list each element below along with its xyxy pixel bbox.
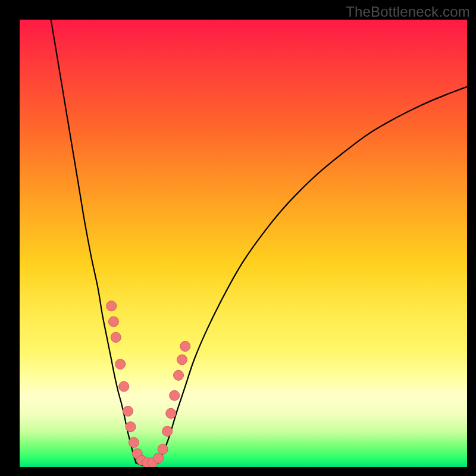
data-marker xyxy=(154,453,164,464)
data-marker xyxy=(115,359,126,369)
data-marker xyxy=(119,381,129,392)
data-marker xyxy=(107,301,117,311)
marker-group xyxy=(107,301,190,467)
data-marker xyxy=(108,317,118,327)
plot-area xyxy=(20,20,467,467)
data-marker xyxy=(180,342,190,352)
data-marker xyxy=(177,355,187,365)
data-marker xyxy=(162,426,173,436)
data-marker xyxy=(166,408,176,418)
bottleneck-curve xyxy=(51,20,467,466)
data-marker xyxy=(158,444,168,454)
data-marker xyxy=(174,370,184,380)
data-marker xyxy=(126,422,136,432)
data-marker xyxy=(111,332,121,342)
data-marker xyxy=(123,406,133,416)
watermark-text: TheBottleneck.com xyxy=(346,4,470,20)
data-marker xyxy=(170,390,180,400)
chart-frame: TheBottleneck.com xyxy=(0,0,476,476)
curve-layer xyxy=(20,20,467,467)
data-marker xyxy=(129,437,139,447)
